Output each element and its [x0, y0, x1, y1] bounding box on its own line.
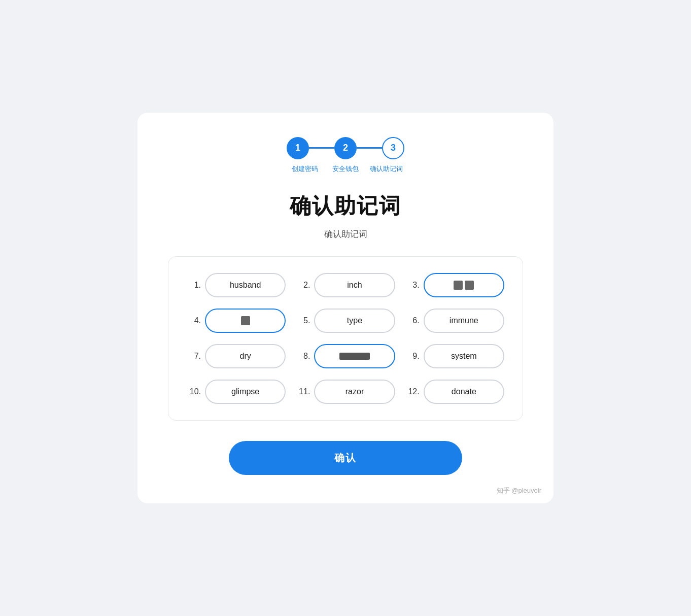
- word-pill-12[interactable]: donate: [424, 380, 504, 404]
- word-pill-7[interactable]: dry: [205, 344, 286, 368]
- word-number-8: 8.: [296, 352, 310, 361]
- word-pill-4[interactable]: [205, 309, 286, 333]
- word-number-2: 2.: [296, 281, 310, 290]
- word-item-10: 10. glimpse: [187, 380, 286, 404]
- words-grid-container: 1. husband 2. inch 3. 4.: [168, 256, 523, 421]
- word-number-7: 7.: [187, 352, 201, 361]
- word-item-12: 12. donate: [405, 380, 504, 404]
- step-2-circle: 2: [334, 137, 357, 159]
- word-item-6: 6. immune: [405, 309, 504, 333]
- steps-labels: 创建密码 安全钱包 确认助记词: [285, 164, 406, 174]
- step-3-circle: 3: [382, 137, 404, 159]
- word-item-11: 11. razor: [296, 380, 395, 404]
- confirm-button[interactable]: 确认: [229, 441, 462, 475]
- word-pill-5[interactable]: type: [314, 309, 395, 333]
- word-pill-10[interactable]: glimpse: [205, 380, 286, 404]
- step-line-2: [357, 147, 382, 149]
- step-1-circle: 1: [287, 137, 309, 159]
- watermark: 知乎 @pleuvoir: [497, 486, 541, 495]
- main-card: 1 2 3 创建密码 安全钱包 确认助记词 确认助记词 确认助记词 1. hus…: [137, 113, 554, 503]
- word-number-5: 5.: [296, 316, 310, 325]
- word-pill-6[interactable]: immune: [424, 309, 504, 333]
- word-number-4: 4.: [187, 316, 201, 325]
- word-pill-9[interactable]: system: [424, 344, 504, 368]
- blur-block-4: [241, 316, 250, 325]
- blur-block-3b: [465, 281, 474, 290]
- word-number-3: 3.: [405, 281, 420, 290]
- page-subtitle: 确认助记词: [168, 228, 523, 240]
- blur-block-8: [339, 353, 370, 360]
- steps-row: 1 2 3: [287, 137, 404, 159]
- step-indicator: 1 2 3 创建密码 安全钱包 确认助记词: [168, 137, 523, 174]
- word-number-12: 12.: [405, 387, 420, 396]
- word-pill-1[interactable]: husband: [205, 273, 286, 297]
- words-grid: 1. husband 2. inch 3. 4.: [187, 273, 504, 404]
- step-line-1: [309, 147, 334, 149]
- blur-block-3a: [454, 281, 463, 290]
- word-number-1: 1.: [187, 281, 201, 290]
- word-number-11: 11.: [296, 387, 310, 396]
- word-pill-3[interactable]: [424, 273, 504, 297]
- word-number-6: 6.: [405, 316, 420, 325]
- word-pill-2[interactable]: inch: [314, 273, 395, 297]
- word-item-4: 4.: [187, 309, 286, 333]
- word-number-9: 9.: [405, 352, 420, 361]
- word-item-7: 7. dry: [187, 344, 286, 368]
- word-number-10: 10.: [187, 387, 201, 396]
- word-item-8: 8.: [296, 344, 395, 368]
- page-title: 确认助记词: [168, 192, 523, 220]
- word-item-1: 1. husband: [187, 273, 286, 297]
- step-label-2: 安全钱包: [325, 164, 366, 174]
- step-label-1: 创建密码: [285, 164, 325, 174]
- word-pill-11[interactable]: razor: [314, 380, 395, 404]
- step-label-3: 确认助记词: [366, 164, 406, 174]
- word-item-5: 5. type: [296, 309, 395, 333]
- word-item-9: 9. system: [405, 344, 504, 368]
- word-pill-8[interactable]: [314, 344, 395, 368]
- word-item-2: 2. inch: [296, 273, 395, 297]
- word-item-3: 3.: [405, 273, 504, 297]
